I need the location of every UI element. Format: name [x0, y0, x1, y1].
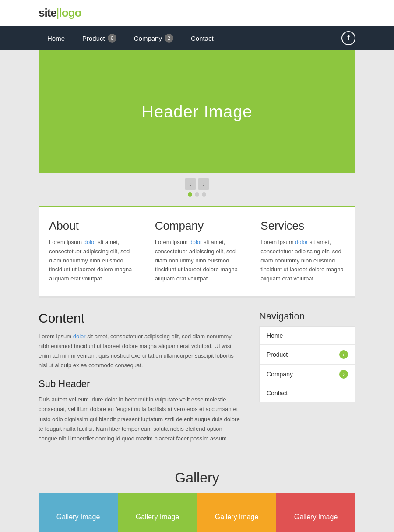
site-header: site|logo: [0, 0, 394, 26]
sidebar-item-product[interactable]: Product ›: [260, 345, 355, 365]
hero-title: Header Image: [142, 103, 253, 121]
card-company-link[interactable]: dolor: [189, 239, 202, 245]
card-services-title: Services: [260, 219, 345, 233]
card-about-link[interactable]: dolor: [84, 239, 96, 245]
slider-next[interactable]: ›: [198, 178, 209, 190]
slider-dots: [188, 192, 206, 197]
gallery-item-4-label: Gallery Image: [294, 513, 338, 521]
chevron-right-icon: ›: [339, 350, 348, 359]
slider-dot-2[interactable]: [195, 192, 199, 197]
gallery-title: Gallery: [39, 470, 355, 486]
content-text: Lorem ipsum dolor sit amet, consectetuer…: [39, 332, 242, 370]
sidebar-item-company-label: Company: [267, 371, 293, 378]
nav-home[interactable]: Home: [39, 27, 74, 50]
nav-product-badge: 6: [108, 34, 116, 43]
sidebar-item-product-label: Product: [267, 351, 288, 358]
logo-site-text: site: [39, 6, 56, 19]
card-services: Services Lorem ipsum dolor sit amet, con…: [250, 207, 355, 296]
sub-header: Sub Header: [39, 378, 242, 390]
main-content: Content Lorem ipsum dolor sit amet, cons…: [39, 311, 259, 443]
sidebar-item-contact-label: Contact: [267, 390, 288, 397]
content-link[interactable]: dolor: [73, 333, 86, 340]
cards-row: About Lorem ipsum dolor sit amet, consec…: [39, 206, 355, 296]
gallery-item-2-label: Gallery Image: [136, 513, 179, 521]
nav-contact[interactable]: Contact: [182, 27, 222, 50]
gallery-item-1-label: Gallery Image: [56, 513, 100, 521]
sidebar: Navigation Home Product › Company › Cont…: [259, 311, 355, 443]
nav-home-label: Home: [47, 35, 65, 42]
gallery-item-3-label: Gallery Image: [215, 513, 259, 521]
sidebar-item-home-label: Home: [267, 332, 283, 339]
slider-arrows: ‹ ›: [185, 178, 209, 190]
content-area: Content Lorem ipsum dolor sit amet, cons…: [39, 296, 355, 457]
card-about: About Lorem ipsum dolor sit amet, consec…: [39, 207, 144, 296]
card-about-title: About: [49, 219, 134, 233]
logo-logo-text: logo: [59, 6, 81, 19]
card-services-link[interactable]: dolor: [295, 239, 308, 245]
sidebar-item-home[interactable]: Home: [260, 327, 355, 345]
hero-section: Header Image: [39, 50, 355, 173]
slider-dot-1[interactable]: [188, 192, 192, 197]
gallery-section: Gallery Gallery Image Gallery Image Gall…: [0, 457, 394, 532]
sub-content-text: Duis autem vel eum iriure dolor in hendr…: [39, 395, 242, 443]
chevron-right-icon-2: ›: [339, 370, 348, 379]
nav-contact-label: Contact: [191, 35, 214, 42]
slider-dot-3[interactable]: [202, 192, 206, 197]
nav-product-label: Product: [82, 35, 105, 42]
card-company-text: Lorem ipsum dolor sit amet, consectetuer…: [155, 238, 239, 284]
slider-prev[interactable]: ‹: [185, 178, 196, 190]
nav-company[interactable]: Company 2: [125, 26, 182, 50]
gallery-item-4[interactable]: Gallery Image: [276, 493, 355, 532]
gallery-item-2[interactable]: Gallery Image: [118, 493, 197, 532]
nav-links: Home Product 6 Company 2 Contact: [39, 26, 222, 50]
card-company: Company Lorem ipsum dolor sit amet, cons…: [144, 207, 250, 296]
card-about-text: Lorem ipsum dolor sit amet, consectetuer…: [49, 238, 134, 284]
main-nav: Home Product 6 Company 2 Contact f: [0, 26, 394, 50]
content-title: Content: [39, 311, 242, 326]
gallery-grid: Gallery Image Gallery Image Gallery Imag…: [39, 493, 355, 532]
nav-company-badge: 2: [165, 34, 173, 43]
gallery-item-1[interactable]: Gallery Image: [39, 493, 118, 532]
sidebar-nav: Home Product › Company › Contact: [259, 326, 355, 402]
sidebar-nav-title: Navigation: [259, 311, 355, 322]
card-services-text: Lorem ipsum dolor sit amet, consectetuer…: [260, 238, 345, 284]
slider-controls: ‹ ›: [0, 173, 394, 206]
sidebar-item-company[interactable]: Company ›: [260, 365, 355, 384]
nav-company-label: Company: [134, 35, 162, 42]
card-company-title: Company: [155, 219, 239, 233]
nav-product[interactable]: Product 6: [74, 26, 125, 50]
gallery-item-3[interactable]: Gallery Image: [197, 493, 276, 532]
sidebar-item-contact[interactable]: Contact: [260, 384, 355, 402]
site-logo: site|logo: [39, 6, 81, 20]
facebook-icon[interactable]: f: [341, 31, 355, 45]
